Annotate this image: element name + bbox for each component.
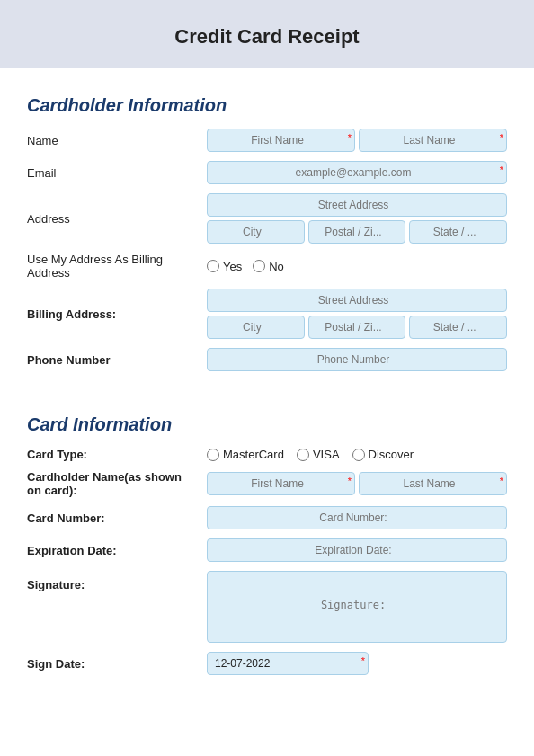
billing-address-label: Billing Address: [27, 307, 207, 321]
billing-postal-input[interactable] [308, 316, 406, 339]
billing-state-input[interactable] [409, 316, 507, 339]
email-required: * [500, 165, 503, 175]
email-fields: * [207, 161, 507, 184]
expiration-row: Expiration Date: [27, 538, 507, 562]
street-wrapper [207, 193, 507, 217]
card-number-fields [207, 506, 507, 529]
mastercard-option[interactable]: MasterCard [207, 448, 284, 461]
name-label: Name [27, 134, 207, 147]
yes-label: Yes [223, 260, 242, 273]
card-type-label: Card Type: [27, 448, 207, 461]
expiration-fields [207, 538, 507, 562]
billing-toggle-label: Use My Address As Billing Address [27, 253, 207, 280]
city-wrapper [207, 220, 305, 244]
billing-address-row: Billing Address: [27, 289, 507, 339]
page: Credit Card Receipt Cardholder Informati… [0, 0, 534, 756]
mastercard-radio[interactable] [207, 449, 219, 461]
yes-option[interactable]: Yes [207, 260, 242, 273]
card-number-wrapper [207, 506, 507, 529]
phone-input[interactable] [207, 348, 507, 371]
address-row: Address [27, 193, 507, 244]
signature-input[interactable] [207, 571, 507, 643]
card-last-name-required: * [500, 476, 503, 486]
phone-fields [207, 348, 507, 371]
billing-street-wrapper [207, 289, 507, 312]
state-input[interactable] [409, 220, 507, 244]
header: Credit Card Receipt [0, 0, 534, 68]
card-name-row: Cardholder Name(as shown on card): * * [27, 470, 507, 497]
visa-option[interactable]: VISA [297, 448, 340, 461]
card-type-row: Card Type: MasterCard VISA Discover [27, 448, 507, 461]
card-section-title: Card Information [27, 414, 507, 435]
billing-postal-wrapper [308, 316, 406, 339]
no-option[interactable]: No [253, 260, 284, 273]
sign-date-row: Sign Date: * [27, 652, 507, 675]
section-divider [27, 380, 507, 405]
expiration-label: Expiration Date: [27, 544, 207, 557]
discover-radio[interactable] [352, 449, 365, 461]
email-label: Email [27, 166, 207, 180]
card-name-input-row: * * [207, 472, 507, 495]
phone-row: Phone Number [27, 348, 507, 371]
sign-date-required: * [361, 655, 365, 666]
card-first-name-wrapper: * [207, 472, 355, 495]
card-name-fields: * * [207, 472, 507, 495]
billing-city-input[interactable] [207, 316, 305, 339]
city-state-row [207, 220, 507, 244]
billing-city-wrapper [207, 316, 305, 339]
last-name-input[interactable] [359, 129, 507, 152]
street-input[interactable] [207, 193, 507, 217]
billing-radio-group: Yes No [207, 260, 507, 273]
name-row: Name * * [27, 129, 507, 152]
page-title: Credit Card Receipt [18, 25, 516, 49]
sign-date-label: Sign Date: [27, 657, 207, 671]
card-number-row: Card Number: [27, 506, 507, 529]
visa-radio[interactable] [297, 449, 309, 461]
card-last-name-input[interactable] [359, 472, 507, 495]
yes-radio[interactable] [207, 260, 219, 272]
state-wrapper [409, 220, 507, 244]
first-name-wrapper: * [207, 129, 355, 152]
email-row: Email * [27, 161, 507, 184]
signature-label: Signature: [27, 571, 207, 591]
visa-label: VISA [313, 448, 340, 461]
sign-date-input[interactable] [207, 652, 369, 675]
postal-input[interactable] [308, 220, 406, 244]
signature-row: Signature: [27, 571, 507, 643]
card-number-input[interactable] [207, 506, 507, 529]
sign-date-wrapper: * [207, 652, 369, 675]
signature-wrapper [207, 571, 507, 643]
card-first-name-input[interactable] [207, 472, 355, 495]
address-label: Address [27, 212, 207, 226]
card-type-options: MasterCard VISA Discover [207, 448, 507, 461]
billing-address-fields [207, 289, 507, 339]
billing-toggle-row: Use My Address As Billing Address Yes No [27, 253, 507, 280]
city-input[interactable] [207, 220, 305, 244]
card-name-label: Cardholder Name(as shown on card): [27, 470, 207, 497]
expiration-wrapper [207, 538, 507, 562]
cardholder-section-title: Cardholder Information [27, 95, 507, 116]
card-number-label: Card Number: [27, 511, 207, 525]
postal-wrapper [308, 220, 406, 244]
name-fields: * * [207, 129, 507, 152]
mastercard-label: MasterCard [223, 448, 284, 461]
phone-label: Phone Number [27, 353, 207, 367]
billing-street-input[interactable] [207, 289, 507, 312]
billing-state-wrapper [409, 316, 507, 339]
phone-wrapper [207, 348, 507, 371]
first-name-required: * [348, 132, 352, 143]
email-wrapper: * [207, 161, 507, 184]
signature-fields [207, 571, 507, 643]
last-name-wrapper: * [359, 129, 507, 152]
address-fields [207, 193, 507, 244]
discover-label: Discover [369, 448, 414, 461]
no-label: No [269, 260, 284, 273]
email-input[interactable] [207, 161, 507, 184]
name-input-row: * * [207, 129, 507, 152]
no-radio[interactable] [253, 260, 265, 272]
first-name-input[interactable] [207, 129, 355, 152]
discover-option[interactable]: Discover [352, 448, 414, 461]
last-name-required: * [500, 132, 503, 143]
card-last-name-wrapper: * [359, 472, 507, 495]
expiration-input[interactable] [207, 538, 507, 562]
